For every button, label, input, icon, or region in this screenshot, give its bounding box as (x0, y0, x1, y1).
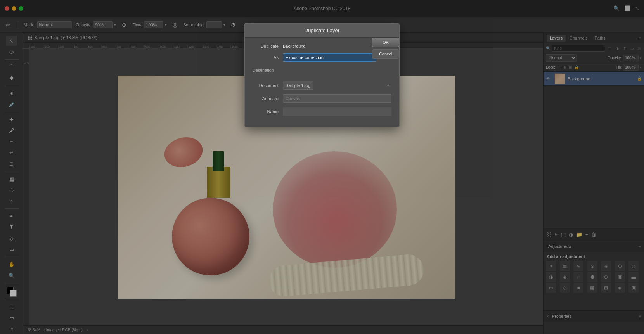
dialog-body: Duplicate: Background OK Cancel As: Dest… (245, 38, 399, 127)
name-input[interactable] (283, 107, 391, 116)
as-label: As: (253, 55, 280, 60)
as-row: As: (253, 53, 391, 62)
document-label: Document: (253, 83, 280, 88)
dialog-buttons: OK Cancel (372, 38, 399, 59)
name-label: Name: (253, 109, 280, 114)
cancel-button[interactable]: Cancel (372, 49, 399, 59)
duplicate-label: Duplicate: (253, 44, 280, 48)
duplicate-layer-dialog: Duplicate Layer Duplicate: Background OK… (244, 23, 400, 127)
ok-button[interactable]: OK (372, 38, 399, 47)
destination-row: Destination (253, 66, 391, 76)
name-row: Name: (253, 107, 391, 116)
dialog-overlay: Duplicate Layer Duplicate: Background OK… (0, 0, 644, 334)
artboard-input (283, 94, 391, 103)
document-select-wrap: Sample 1.jpg (283, 81, 391, 90)
dialog-titlebar: Duplicate Layer (245, 24, 399, 38)
artboard-row: Artboard: (253, 94, 391, 103)
destination-label: Destination (253, 68, 274, 73)
artboard-label: Artboard: (253, 96, 280, 101)
document-row: Document: Sample 1.jpg (253, 81, 391, 90)
duplicate-row: Duplicate: Background OK Cancel (253, 44, 391, 48)
dialog-title: Duplicate Layer (305, 28, 339, 33)
document-select[interactable]: Sample 1.jpg (283, 81, 313, 90)
duplicate-value: Background (283, 44, 306, 48)
as-input[interactable] (283, 53, 376, 62)
